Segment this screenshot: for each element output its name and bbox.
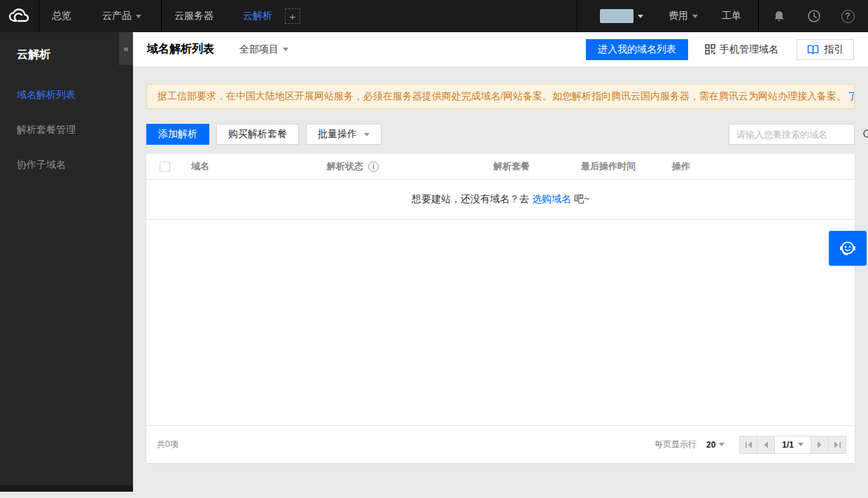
sidebar-item-plan-management[interactable]: 解析套餐管理 xyxy=(0,117,133,143)
notification-bell-icon[interactable] xyxy=(763,0,795,32)
chevron-down-icon xyxy=(364,133,370,136)
buy-domain-link[interactable]: 选购域名 xyxy=(532,193,571,206)
sidebar-item-domain-list[interactable]: 域名解析列表 xyxy=(0,82,133,108)
domain-search xyxy=(729,124,855,145)
table-body-empty-area xyxy=(146,220,855,425)
add-shortcut-button[interactable]: + xyxy=(285,8,300,24)
chevron-down-icon xyxy=(283,48,288,51)
main-content: 域名解析列表 全部项目 进入我的域名列表 手机管理域名 指引 据工信部要求，在中… xyxy=(133,32,868,498)
notice-text: 据工信部要求，在中国大陆地区开展网站服务，必须在服务器提供商处完成域名/网站备案… xyxy=(158,90,846,103)
next-page-icon xyxy=(817,441,822,448)
column-header-last-operation-time: 最后操作时间 xyxy=(581,160,672,173)
nav-divider xyxy=(577,0,578,32)
chevron-down-icon xyxy=(638,15,643,18)
column-header-plan: 解析套餐 xyxy=(493,160,581,173)
chevron-down-icon xyxy=(692,15,698,18)
collapse-chevrons-icon: « xyxy=(123,43,128,54)
chevron-down-icon xyxy=(798,443,804,446)
pagination-area: 每页显示行 20 1/1 xyxy=(654,436,846,454)
header-select-all xyxy=(146,162,191,172)
nav-divider xyxy=(161,0,162,32)
total-count: 共0项 xyxy=(157,439,178,450)
nav-item-products[interactable]: 云产品 xyxy=(95,0,148,32)
toolbar: 添加解析 购买解析套餐 批量操作 xyxy=(146,124,855,145)
headset-smiley-icon xyxy=(837,238,858,259)
sidebar-collapse-button[interactable]: « xyxy=(119,32,133,65)
mobile-manage-domain-link[interactable]: 手机管理域名 xyxy=(705,43,778,56)
nav-item-ticket[interactable]: 工单 xyxy=(715,0,748,32)
next-page-button[interactable] xyxy=(811,436,829,454)
tencent-cloud-logo-icon[interactable] xyxy=(6,8,30,24)
table-header-row: 域名 解析状态 i 解析套餐 最后操作时间 操作 xyxy=(146,154,855,180)
empty-state-text-suffix: 吧~ xyxy=(574,193,589,206)
history-clock-icon[interactable] xyxy=(798,0,830,32)
my-domain-list-button[interactable]: 进入我的域名列表 xyxy=(586,39,688,60)
table-footer: 共0项 每页显示行 20 1/1 xyxy=(146,425,855,463)
sidebar: 云解析 « 域名解析列表 解析套餐管理 协作子域名 xyxy=(0,32,133,492)
plus-icon: + xyxy=(290,10,296,22)
chevron-down-icon xyxy=(719,443,724,446)
first-page-icon xyxy=(745,441,752,448)
page-header-actions: 进入我的域名列表 手机管理域名 指引 xyxy=(586,39,854,60)
sidebar-menu: 域名解析列表 解析套餐管理 协作子域名 xyxy=(0,82,133,178)
qr-code-icon xyxy=(705,44,715,55)
customer-service-button[interactable] xyxy=(829,231,867,266)
empty-state-text: 想要建站，还没有域名？去 xyxy=(412,193,529,206)
nav-divider xyxy=(758,0,759,32)
search-icon[interactable] xyxy=(862,124,868,144)
avatar xyxy=(600,9,634,23)
prev-page-button[interactable] xyxy=(757,436,775,454)
learn-more-link[interactable]: 了解详情 xyxy=(848,90,855,103)
buy-plan-button[interactable]: 购买解析套餐 xyxy=(216,124,299,145)
column-header-status: 解析状态 i xyxy=(327,160,493,173)
page-title: 域名解析列表 xyxy=(147,42,214,57)
last-page-button[interactable] xyxy=(828,436,846,454)
page-header: 域名解析列表 全部项目 进入我的域名列表 手机管理域名 指引 xyxy=(133,32,868,67)
help-icon[interactable]: ? xyxy=(832,0,864,32)
nav-item-billing[interactable]: 费用 xyxy=(662,0,705,32)
empty-state-row: 想要建站，还没有域名？去 选购域名 吧~ xyxy=(146,180,855,220)
nav-item-overview[interactable]: 总览 xyxy=(45,0,78,32)
sidebar-bottom-strip xyxy=(0,485,133,492)
search-input[interactable] xyxy=(729,129,862,140)
open-book-icon xyxy=(807,45,819,55)
column-header-operation: 操作 xyxy=(672,160,855,173)
nav-item-dns[interactable]: 云解析 xyxy=(236,0,279,32)
sidebar-item-collaborative-subdomain[interactable]: 协作子域名 xyxy=(0,152,133,178)
pager: 1/1 xyxy=(740,436,846,454)
icp-notice-banner: 据工信部要求，在中国大陆地区开展网站服务，必须在服务器提供商处完成域名/网站备案… xyxy=(146,84,855,109)
select-all-checkbox[interactable] xyxy=(160,162,170,172)
info-icon[interactable]: i xyxy=(368,162,379,172)
prev-page-icon xyxy=(763,441,769,448)
guide-button[interactable]: 指引 xyxy=(797,39,854,60)
chevron-down-icon xyxy=(136,15,141,18)
last-page-icon xyxy=(834,441,841,448)
column-header-domain: 域名 xyxy=(191,160,327,173)
sidebar-title: 云解析 xyxy=(0,32,133,62)
page-indicator-select[interactable]: 1/1 xyxy=(774,436,811,454)
add-record-button[interactable]: 添加解析 xyxy=(146,124,209,145)
per-page-label: 每页显示行 xyxy=(654,439,696,450)
batch-operation-dropdown[interactable]: 批量操作 xyxy=(306,124,382,145)
nav-item-cvm[interactable]: 云服务器 xyxy=(167,0,220,32)
account-menu[interactable] xyxy=(593,0,650,32)
first-page-button[interactable] xyxy=(739,436,757,454)
top-nav: 总览 云产品 云服务器 云解析 + 费用 工单 ? xyxy=(0,0,868,32)
per-page-select[interactable]: 20 xyxy=(706,440,724,450)
project-filter-select[interactable]: 全部项目 xyxy=(239,43,288,56)
nav-divider xyxy=(38,0,39,32)
domain-table-card: 域名 解析状态 i 解析套餐 最后操作时间 操作 想要建站，还没有域名？去 选购… xyxy=(146,154,855,463)
